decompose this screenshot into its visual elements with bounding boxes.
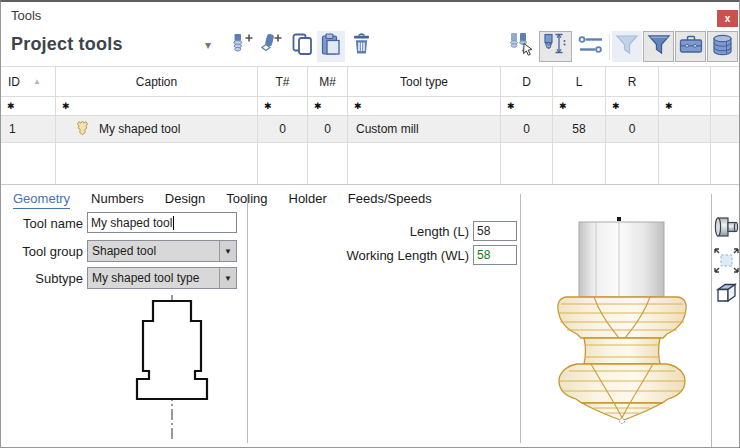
caret-down-icon: ▼ bbox=[224, 274, 232, 283]
table-row-l[interactable]: 58 bbox=[553, 116, 606, 143]
holder-icon bbox=[714, 215, 740, 243]
filter-cell-id[interactable]: ✱ bbox=[1, 97, 56, 116]
tool-dimension-icon bbox=[542, 32, 569, 62]
title-bar: Tools x bbox=[1, 2, 739, 28]
column-header-caption[interactable]: Caption bbox=[56, 67, 258, 97]
panel-divider-1 bbox=[247, 194, 248, 443]
tool-database-toggle-button[interactable] bbox=[707, 31, 738, 62]
tool-dimensions-toggle[interactable] bbox=[539, 31, 572, 62]
column-header-blank1[interactable] bbox=[659, 67, 711, 97]
cube-icon bbox=[714, 281, 739, 310]
filter-clear-button[interactable] bbox=[612, 31, 642, 62]
toolbox-icon bbox=[679, 33, 703, 60]
table-row-t[interactable]: 0 bbox=[258, 116, 308, 143]
filter-active-icon bbox=[647, 33, 671, 60]
copy-icon bbox=[291, 33, 314, 60]
add-shaped-tool-button[interactable] bbox=[258, 31, 286, 62]
chevron-down-icon[interactable]: ▾ bbox=[205, 38, 211, 52]
filter-cell-l[interactable]: ✱ bbox=[553, 97, 606, 116]
column-header-l[interactable]: L bbox=[553, 67, 606, 97]
column-header-r[interactable]: R bbox=[606, 67, 659, 97]
length-label: Length (L) bbox=[281, 222, 469, 242]
tab-design[interactable]: Design bbox=[165, 191, 205, 209]
subtype-dropdown-button[interactable]: ▼ bbox=[219, 268, 236, 288]
column-header-tool-type[interactable]: Tool type bbox=[348, 67, 501, 97]
add-tool-icon bbox=[231, 33, 255, 61]
table-row-r[interactable]: 0 bbox=[606, 116, 659, 143]
tool-group-label: Tool group bbox=[1, 242, 83, 262]
column-header-t[interactable]: T# bbox=[258, 67, 308, 97]
database-icon bbox=[711, 33, 734, 61]
show-holder-toggle[interactable] bbox=[713, 215, 740, 243]
toolbar: Project tools ▾ bbox=[1, 28, 739, 66]
table-row-m[interactable]: 0 bbox=[308, 116, 348, 143]
subtype-select[interactable]: My shaped tool type ▼ bbox=[87, 267, 237, 289]
table-row-id[interactable]: 1 bbox=[1, 116, 56, 143]
column-header-d[interactable]: D bbox=[501, 67, 553, 97]
caret-down-icon: ▼ bbox=[224, 247, 232, 256]
trash-icon bbox=[351, 33, 372, 60]
delete-tool-button[interactable] bbox=[347, 31, 375, 62]
tools-window: Tools x Project tools ▾ bbox=[0, 0, 740, 448]
column-header-blank2[interactable] bbox=[711, 67, 740, 97]
tab-strip: Geometry Numbers Design Tooling Holder F… bbox=[13, 191, 432, 209]
table-row-d[interactable]: 0 bbox=[501, 116, 553, 143]
tool-3d-preview[interactable] bbox=[539, 205, 709, 434]
paste-tool-button[interactable] bbox=[317, 31, 345, 62]
paste-icon bbox=[320, 33, 343, 60]
working-length-input[interactable]: 58 bbox=[473, 245, 517, 265]
length-input[interactable]: 58 bbox=[473, 221, 517, 241]
table-row-caption[interactable]: My shaped tool bbox=[56, 116, 258, 143]
pick-tool-button[interactable] bbox=[507, 31, 538, 62]
tool-profile-sketch bbox=[101, 294, 246, 446]
close-icon: x bbox=[725, 13, 731, 24]
add-shaped-tool-icon bbox=[260, 33, 284, 61]
toolbar-separator bbox=[609, 34, 610, 60]
window-title: Tools bbox=[11, 8, 41, 23]
add-tool-button[interactable] bbox=[229, 31, 257, 62]
filter-cell-t[interactable]: ✱ bbox=[258, 97, 308, 116]
tab-numbers[interactable]: Numbers bbox=[91, 191, 144, 209]
shaped-tool-icon bbox=[75, 120, 90, 139]
close-button[interactable]: x bbox=[717, 10, 738, 27]
filter-cell-blank2[interactable] bbox=[711, 97, 740, 116]
tab-feeds-speeds[interactable]: Feeds/Speeds bbox=[348, 191, 432, 209]
filter-inactive-icon bbox=[615, 33, 639, 60]
filter-cell-blank1[interactable]: ✱ bbox=[659, 97, 711, 116]
parameter-sliders-button[interactable] bbox=[576, 31, 606, 62]
tool-group-dropdown-button[interactable]: ▼ bbox=[219, 241, 236, 261]
working-length-label: Working Length (WL) bbox=[281, 246, 469, 266]
tool-group-select[interactable]: Shaped tool ▼ bbox=[87, 240, 237, 262]
table-row-blank1[interactable] bbox=[659, 116, 711, 143]
toolbox-toggle-button[interactable] bbox=[675, 31, 706, 62]
filter-cell-m[interactable]: ✱ bbox=[308, 97, 348, 116]
tool-cursor-icon bbox=[509, 32, 536, 62]
tool-name-input[interactable]: My shaped tool bbox=[87, 212, 237, 233]
column-header-id[interactable]: ID ▲ bbox=[1, 67, 56, 97]
text-cursor bbox=[173, 216, 174, 230]
copy-tool-button[interactable] bbox=[288, 31, 316, 62]
panel-divider-3 bbox=[711, 194, 712, 448]
tab-geometry[interactable]: Geometry bbox=[13, 191, 70, 209]
zoom-fit-button[interactable] bbox=[713, 248, 740, 276]
tool-collection-selector[interactable]: Project tools bbox=[11, 34, 123, 55]
table-row-tool-type[interactable]: Custom mill bbox=[348, 116, 501, 143]
fit-view-icon bbox=[713, 247, 740, 278]
isometric-view-button[interactable] bbox=[713, 281, 740, 309]
sliders-icon bbox=[578, 34, 604, 60]
table-row-blank2[interactable] bbox=[711, 116, 740, 143]
filter-cell-tool-type[interactable]: ✱ bbox=[348, 97, 501, 116]
filter-cell-caption[interactable]: ✱ bbox=[56, 97, 258, 116]
filter-cell-d[interactable]: ✱ bbox=[501, 97, 553, 116]
filter-cell-r[interactable]: ✱ bbox=[606, 97, 659, 116]
panel-divider-2 bbox=[520, 194, 521, 443]
tool-name-label: Tool name bbox=[1, 214, 83, 234]
sort-ascending-icon: ▲ bbox=[33, 77, 41, 86]
subtype-label: Subtype bbox=[1, 269, 83, 289]
column-header-m[interactable]: M# bbox=[308, 67, 348, 97]
filter-toggle-button[interactable] bbox=[643, 31, 674, 62]
tab-holder[interactable]: Holder bbox=[289, 191, 327, 209]
tools-table: ID ▲ Caption T# M# Tool type D L R ✱ ✱ ✱… bbox=[1, 66, 740, 185]
